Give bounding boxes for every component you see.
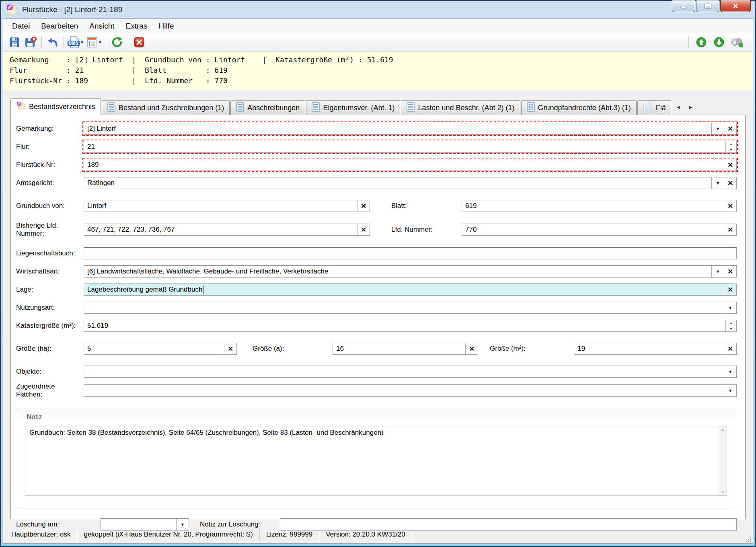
undo-button[interactable] <box>45 35 61 50</box>
save-and-close-button[interactable] <box>23 35 39 50</box>
groesse-m2-input[interactable] <box>574 343 724 354</box>
lage-input[interactable]: Lagebeschreibung gemäß Grundbuch <box>84 284 724 295</box>
previous-record-button[interactable] <box>693 35 709 50</box>
spin-down-icon[interactable]: ▼ <box>726 326 736 331</box>
flurstueck-nr-clear-button[interactable]: ✕ <box>724 159 736 171</box>
loeschung-am-input[interactable] <box>101 519 176 530</box>
tab-bestandsverzeichnis[interactable]: Bestandsverzeichnis <box>10 98 101 115</box>
notiz-zur-loeschung-input[interactable] <box>280 519 736 530</box>
blatt-clear-button[interactable]: ✕ <box>724 200 736 212</box>
flurstueck-nr-input[interactable] <box>84 159 724 171</box>
dms-dropdown-arrow[interactable]: ▾ <box>81 39 83 45</box>
nutzungsart-dropdown-button[interactable]: ▼ <box>724 302 736 313</box>
list-view-button[interactable]: ▾ <box>85 35 103 50</box>
tab-label: Abschreibungen <box>247 104 300 112</box>
resize-grip[interactable] <box>746 536 751 542</box>
objekte-input[interactable] <box>84 366 724 377</box>
scroll-down-icon[interactable]: ▼ <box>721 490 725 494</box>
tab-abschreibungen[interactable]: Abschreibungen <box>230 100 305 115</box>
gemarkung-clear-button[interactable]: ✕ <box>724 123 736 134</box>
groesse-a-input[interactable] <box>333 343 465 354</box>
save-button[interactable] <box>6 35 23 50</box>
bisherige-lfd-nummer-clear-button[interactable]: ✕ <box>357 224 370 235</box>
menubar: Datei Bearbeiten Ansicht Extras Hilfe <box>3 19 753 33</box>
loeschung-am-field: ▼ <box>99 517 190 532</box>
menu-datei[interactable]: Datei <box>6 20 35 32</box>
nutzungsart-input[interactable] <box>84 302 724 313</box>
tab-eigentumsver[interactable]: Eigentumsver. (Abt. 1) <box>306 100 400 115</box>
minimize-button[interactable] <box>672 0 695 12</box>
gemarkung-dropdown-button[interactable]: ▼ <box>711 123 724 134</box>
tab-bestand-und-zuschreibungen[interactable]: Bestand und Zuschreibungen (1) <box>102 100 230 115</box>
notiz-textarea[interactable]: Grundbuch: Seiten 38 (Bestandsverzeichni… <box>25 426 719 496</box>
spin-down-icon[interactable]: ▼ <box>726 147 736 152</box>
text-caret <box>203 286 203 294</box>
list-dropdown-arrow[interactable]: ▾ <box>99 39 101 45</box>
dms-button[interactable]: DMS ▾ <box>67 35 85 50</box>
groesse-ha-input[interactable] <box>84 343 224 354</box>
objekte-dropdown-button[interactable]: ▼ <box>724 366 736 377</box>
menu-ansicht[interactable]: Ansicht <box>84 20 120 32</box>
undo-icon <box>47 36 59 48</box>
toolbar-separator <box>128 36 128 48</box>
wirtschaftsart-input[interactable] <box>84 266 711 277</box>
loeschung-am-dropdown-button[interactable]: ▼ <box>176 519 189 530</box>
zugeordnete-flaechen-dropdown-button[interactable]: ▼ <box>724 385 736 396</box>
katastergroesse-input[interactable] <box>84 320 725 331</box>
grundbuch-von-clear-button[interactable]: ✕ <box>357 200 370 212</box>
flur-input[interactable] <box>84 141 725 152</box>
spin-up-icon[interactable]: ▲ <box>726 320 736 326</box>
app-window: Flurstücke - [2] Lintorf-21-189 ✕ Datei … <box>0 0 756 547</box>
tab-flaechen[interactable]: Flä <box>637 100 671 115</box>
spin-up-icon[interactable]: ▲ <box>726 141 736 147</box>
form-row: Gemarkung: ▼ ✕ <box>14 121 738 136</box>
scroll-up-icon[interactable]: ▲ <box>721 428 725 432</box>
lfd-nummer-clear-button[interactable]: ✕ <box>724 224 736 235</box>
tab-lasten-und-beschr[interactable]: Lasten und Beschr. (Abt 2) (1) <box>401 100 520 115</box>
close-button[interactable]: ✕ <box>720 0 751 12</box>
amtsgericht-input[interactable] <box>84 177 711 189</box>
form-row: Flur: ▲ ▼ <box>14 140 738 154</box>
record-info-panel: Gemarkung : [2] Lintorf | Grundbuch von … <box>3 52 753 90</box>
toolbar-separator <box>688 36 689 48</box>
menu-extras[interactable]: Extras <box>120 20 153 32</box>
close-record-button[interactable] <box>131 35 147 50</box>
wirtschaftsart-clear-button[interactable]: ✕ <box>724 266 736 277</box>
window-controls: ✕ <box>672 0 751 12</box>
liegenschaftsbuch-input[interactable] <box>84 248 736 259</box>
groesse-m2-field: ✕ <box>573 341 738 356</box>
wirtschaftsart-dropdown-button[interactable]: ▼ <box>711 266 724 277</box>
menu-bearbeiten[interactable]: Bearbeiten <box>35 20 84 32</box>
flur-spinner[interactable]: ▲ ▼ <box>725 141 736 152</box>
refresh-button[interactable] <box>109 35 125 50</box>
amtsgericht-clear-button[interactable]: ✕ <box>724 177 736 189</box>
tab-scroll-left-button[interactable]: ◄ <box>676 104 681 110</box>
groesse-m2-clear-button[interactable]: ✕ <box>724 343 736 354</box>
groesse-a-field: ✕ <box>331 341 479 356</box>
tab-grundpfandrechte[interactable]: Grundpfandrechte (Abt.3) (1) <box>521 100 637 115</box>
notiz-zur-loeschung-field <box>279 517 738 532</box>
gemarkung-label: Gemarkung: <box>14 125 82 133</box>
tab-label: Grundpfandrechte (Abt.3) (1) <box>538 104 631 112</box>
tab-scroll-right-button[interactable]: ► <box>688 104 694 110</box>
groesse-ha-clear-button[interactable]: ✕ <box>224 343 236 354</box>
groesse-a-clear-button[interactable]: ✕ <box>465 343 478 354</box>
bestandsverzeichnis-form: Gemarkung: ▼ ✕ Flur: <box>10 115 746 519</box>
amtsgericht-dropdown-button[interactable]: ▼ <box>711 177 724 189</box>
bisherige-lfd-nummer-input[interactable] <box>84 224 357 235</box>
blatt-input[interactable] <box>462 200 724 212</box>
gemarkung-input[interactable] <box>84 123 711 134</box>
menu-hilfe[interactable]: Hilfe <box>153 20 179 32</box>
katastergroesse-spinner[interactable]: ▲ ▼ <box>725 320 736 331</box>
notiz-scrollbar[interactable]: ▲ ▼ <box>719 426 727 496</box>
next-record-button[interactable] <box>711 35 727 50</box>
tab-label: Flä <box>656 104 666 112</box>
chevron-down-icon: ▼ <box>716 269 720 274</box>
lfd-nummer-input[interactable] <box>462 224 724 235</box>
search-button[interactable] <box>729 35 745 50</box>
maximize-button[interactable] <box>696 0 719 12</box>
form-row: Katastergröße (m²): ▲ ▼ <box>14 319 738 333</box>
lage-clear-button[interactable]: ✕ <box>724 284 736 295</box>
zugeordnete-flaechen-input[interactable] <box>84 385 724 396</box>
grundbuch-von-input[interactable] <box>84 200 357 212</box>
